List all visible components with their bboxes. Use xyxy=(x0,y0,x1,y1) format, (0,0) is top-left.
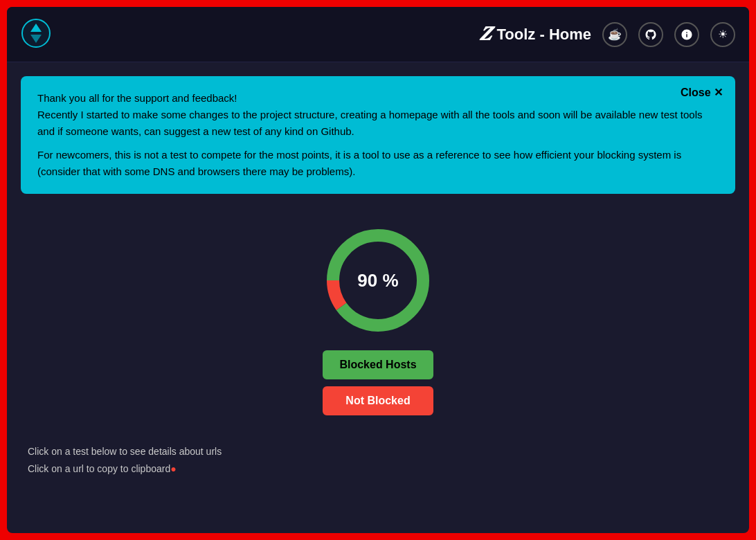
banner-paragraph-1: Thank you all for the support and feedba… xyxy=(37,90,719,140)
donut-chart: 90 % xyxy=(319,222,437,339)
navbar: 𝒁 Toolz - Home ☕ ☀ xyxy=(7,7,749,62)
legend-buttons: Blocked Hosts Not Blocked xyxy=(323,350,433,415)
info-banner: Close ✕ Thank you all for the support an… xyxy=(21,76,735,194)
navbar-title-text: Toolz - Home xyxy=(497,26,591,44)
navbar-title: 𝒁 Toolz - Home xyxy=(480,23,591,46)
footer-hint-1: Click on a test below to see details abo… xyxy=(28,443,728,460)
footer-hint-2-text: Click on a url to copy to clipboard xyxy=(28,463,170,474)
main-content: Close ✕ Thank you all for the support an… xyxy=(7,62,749,533)
footer-hints: Click on a test below to see details abo… xyxy=(21,443,735,478)
info-button[interactable] xyxy=(674,22,699,47)
footer-hint-2: Click on a url to copy to clipboard● xyxy=(28,460,728,478)
github-button[interactable] xyxy=(638,22,663,47)
close-button[interactable]: Close ✕ xyxy=(681,86,723,99)
outer-border: 𝒁 Toolz - Home ☕ ☀ xyxy=(0,0,756,540)
navbar-right: 𝒁 Toolz - Home ☕ ☀ xyxy=(480,22,735,47)
app-window: 𝒁 Toolz - Home ☕ ☀ xyxy=(7,7,749,533)
banner-paragraph-2: For newcomers, this is not a test to com… xyxy=(37,147,719,180)
z-logo-icon: 𝒁 xyxy=(480,23,492,46)
blocked-hosts-button[interactable]: Blocked Hosts xyxy=(323,350,433,379)
donut-percent-label: 90 % xyxy=(357,270,398,291)
logo xyxy=(21,18,51,51)
red-dot: ● xyxy=(170,463,176,474)
theme-button[interactable]: ☀ xyxy=(710,22,735,47)
coffee-button[interactable]: ☕ xyxy=(602,22,627,47)
not-blocked-button[interactable]: Not Blocked xyxy=(323,386,433,415)
chart-area: 90 % Blocked Hosts Not Blocked xyxy=(21,208,735,429)
